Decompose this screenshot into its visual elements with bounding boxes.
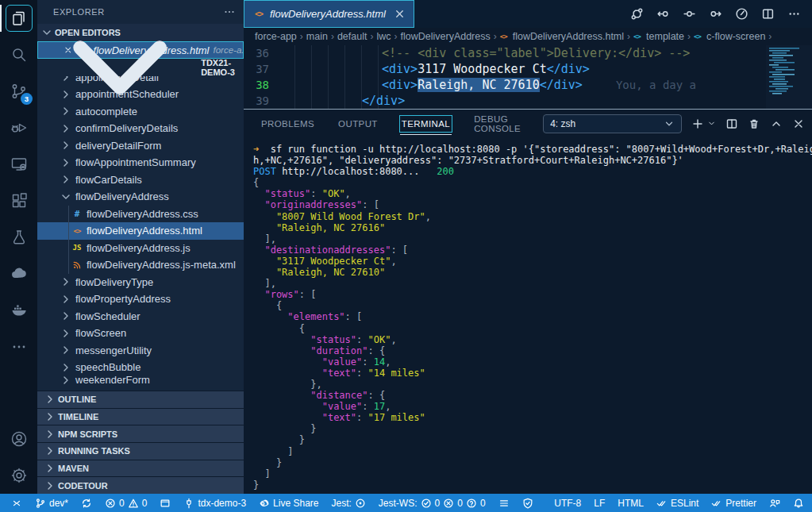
tree-folder-speechBubble[interactable]: speechBubble [37, 359, 244, 376]
tree-item-label: flowAppointmentSummary [75, 156, 196, 168]
compare-changes-icon[interactable] [630, 7, 644, 21]
activity-bar-item-account[interactable] [0, 421, 37, 457]
statusbar-jest-ws[interactable]: Jest-WS:000 [379, 498, 486, 509]
tab-flowdeliveryaddress-html[interactable]: <> flowDeliveryAddress.html [244, 0, 414, 28]
terminal-line: "3117 Woodpecker Ct", [253, 256, 812, 267]
activity-bar-item-extensions[interactable] [0, 183, 37, 219]
activity-bar-item-remote-explorer[interactable] [0, 146, 37, 183]
terminal-line: } [253, 434, 812, 445]
gitlens-blame-annotation: You, a day a [616, 79, 696, 91]
activity-bar-item-more[interactable] [0, 329, 37, 365]
tree-folder-flowScreen[interactable]: flowScreen [37, 325, 244, 342]
terminal-token: "Raleigh, NC 27610" [253, 267, 385, 278]
activity-bar-item-test-flask[interactable] [0, 219, 37, 256]
activity-bar-item-source-control[interactable]: 3 [0, 73, 37, 110]
tree-folder-flowCarDetails[interactable]: flowCarDetails [37, 171, 244, 189]
previous-change-icon[interactable] [656, 7, 670, 21]
statusbar-eol[interactable]: LF [594, 498, 605, 509]
current-change-icon[interactable] [683, 7, 696, 21]
activity-bar-item-search[interactable] [0, 37, 37, 73]
statusbar-live-share[interactable]: Live Share [259, 498, 318, 509]
tree-folder-flowDeliveryType[interactable]: flowDeliveryType [37, 274, 244, 291]
tree-folder-flowPropertyAddress[interactable]: flowPropertyAddress [37, 291, 244, 308]
terminal-token: : [ [362, 199, 379, 210]
statusbar-encoding[interactable]: UTF-8 [554, 498, 581, 509]
project-root-header[interactable]: TDX21-DEMO-3 [37, 59, 244, 76]
activity-bar-item-salesforce-cloud[interactable] [0, 256, 37, 292]
timeline-clock-icon[interactable] [735, 7, 749, 21]
tree-folder-flowDeliveryAddress[interactable]: flowDeliveryAddress [37, 188, 244, 206]
next-change-icon[interactable] [709, 7, 722, 21]
terminal-token: } [253, 457, 282, 468]
statusbar-text: 0 [480, 498, 486, 509]
tree-file-flowDeliveryAddress.js-meta.xml[interactable]: flowDeliveryAddress.js-meta.xml [37, 256, 244, 274]
section-outline[interactable]: OUTLINE [37, 391, 244, 408]
split-terminal-icon[interactable] [725, 117, 738, 130]
statusbar-editor-layout[interactable] [160, 498, 171, 509]
minimap[interactable] [766, 45, 812, 109]
terminal-token: ], [253, 233, 276, 244]
tree-file-flowDeliveryAddress.js[interactable]: JSflowDeliveryAddress.js [37, 240, 244, 257]
section-label: NPM SCRIPTS [58, 429, 117, 439]
statusbar-menu[interactable] [498, 498, 510, 509]
statusbar-default-org[interactable]: tdx-demo-3 [183, 498, 246, 509]
statusbar-shield[interactable] [522, 498, 533, 509]
statusbar-prettier[interactable]: Prettier [711, 498, 756, 509]
section-codetour[interactable]: CODETOUR [37, 476, 244, 494]
close-panel-icon[interactable] [792, 117, 805, 130]
breadcrumb-item-force-app[interactable]: force-app [255, 31, 297, 42]
panel-tab-problems[interactable]: PROBLEMS [260, 116, 316, 132]
terminal-line: "status": "OK", [253, 334, 812, 345]
section-maven[interactable]: MAVEN [37, 460, 244, 477]
terminal-line: ], [253, 278, 812, 289]
kill-terminal-icon[interactable] [748, 117, 760, 130]
statusbar-sync[interactable] [81, 498, 92, 509]
statusbar-language-mode[interactable]: HTML [618, 498, 644, 509]
breadcrumb-separator: › [768, 31, 772, 42]
panel-tab-terminal[interactable]: TERMINAL [400, 116, 452, 132]
statusbar-notifications[interactable] [793, 498, 804, 509]
panel-tab-debug-console[interactable]: DEBUG CONSOLE [472, 111, 522, 137]
add-terminal-icon[interactable] [691, 117, 704, 130]
section-running-tasks[interactable]: RUNNING TASKS [37, 442, 244, 460]
add-dropdown-chevron-icon[interactable] [707, 119, 716, 128]
breadcrumb-item-c-flow-screen[interactable]: <>c-flow-screen [694, 31, 765, 42]
statusbar-remote-indicator[interactable] [11, 498, 22, 509]
sidebar-more-actions-icon[interactable] [223, 6, 236, 18]
tree-file-flowDeliveryAddress.html[interactable]: <>flowDeliveryAddress.html [37, 222, 244, 240]
terminal-token: "17 miles" [368, 412, 425, 423]
tree-folder-flowScheduler[interactable]: flowScheduler [37, 308, 244, 325]
terminal-selector[interactable]: 4: zsh [543, 114, 682, 133]
terminal-output[interactable]: ➜ sf run function -u http://localhost:80… [244, 137, 812, 494]
section-timeline[interactable]: TIMELINE [37, 408, 244, 425]
breadcrumb-item-default[interactable]: default [337, 31, 368, 42]
activity-bar-item-explorer[interactable] [0, 0, 37, 37]
statusbar-feedback[interactable] [769, 498, 780, 509]
tree-folder-flowAppointmentSummary[interactable]: flowAppointmentSummary [37, 154, 244, 171]
terminal-token: "status" [253, 188, 310, 199]
terminal-token: "14 miles" [368, 368, 425, 379]
activity-bar-item-settings[interactable] [0, 457, 37, 494]
breadcrumb-item-flowDeliveryAddress.html[interactable]: <>flowDeliveryAddress.html [500, 31, 624, 42]
maximize-panel-icon[interactable] [770, 117, 783, 130]
statusbar-eslint[interactable]: ESLint [656, 498, 698, 509]
close-icon[interactable] [394, 8, 406, 20]
code-editor[interactable]: 36<!-- <div class="label">Delivery:</div… [244, 45, 812, 109]
breadcrumb-item-flowDeliveryAddress[interactable]: flowDeliveryAddress [401, 31, 491, 42]
breadcrumb-item-template[interactable]: <>template [633, 31, 684, 42]
activity-bar-item-docker[interactable] [0, 292, 37, 329]
section-npm-scripts[interactable]: NPM SCRIPTS [37, 425, 244, 442]
statusbar-problems[interactable]: 00 [105, 498, 147, 509]
breadcrumb-label: force-app [255, 31, 297, 42]
breadcrumb-item-main[interactable]: main [306, 31, 328, 42]
breadcrumb-item-lwc[interactable]: lwc [376, 31, 391, 42]
tree-folder-messengerUtility[interactable]: messengerUtility [37, 342, 244, 360]
tree-folder-weekenderForm[interactable]: weekenderForm [37, 376, 244, 384]
more-actions-icon[interactable] [787, 7, 801, 21]
tree-file-flowDeliveryAddress.css[interactable]: #flowDeliveryAddress.css [37, 206, 244, 223]
statusbar-git-branch[interactable]: dev* [35, 498, 68, 509]
panel-tab-output[interactable]: OUTPUT [337, 116, 379, 132]
statusbar-jest[interactable]: Jest: [331, 498, 365, 509]
split-editor-icon[interactable] [761, 7, 775, 21]
activity-bar-item-run-debug[interactable] [0, 110, 37, 146]
